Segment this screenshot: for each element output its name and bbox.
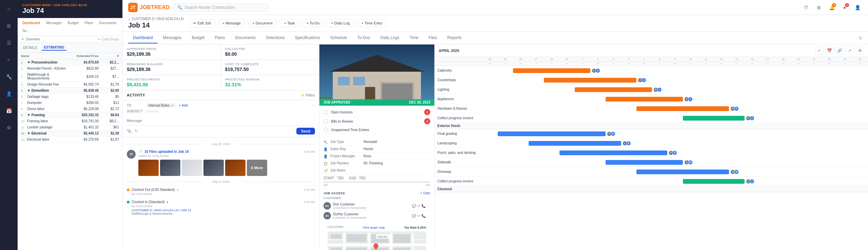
sidebar-nav-plans[interactable]: Plans bbox=[83, 20, 95, 26]
gantt-row[interactable]: Collect progress invoiceCJ bbox=[435, 177, 868, 186]
message-input[interactable] bbox=[127, 117, 315, 124]
more-customer-icon[interactable]: ⋯ bbox=[427, 204, 430, 208]
sidebar-nav-dashboard[interactable]: Dashboard bbox=[20, 20, 42, 26]
call-customer2-icon[interactable]: 📞 bbox=[421, 214, 426, 218]
send-button[interactable]: Send bbox=[296, 128, 315, 135]
add-recipient-button[interactable]: + Add bbox=[179, 104, 188, 107]
bell-nav-icon[interactable]: 🔔 3 bbox=[827, 2, 837, 13]
tab-todos[interactable]: To-Dos bbox=[353, 33, 375, 43]
table-row[interactable]: 7 Dumpster $266.92 $11 bbox=[18, 100, 122, 106]
more-customer2-icon[interactable]: ⋯ bbox=[427, 214, 430, 218]
daily-log-button[interactable]: + Daily Log bbox=[327, 19, 354, 27]
gantt-link-icon[interactable]: 🔗 bbox=[835, 47, 844, 55]
email-customer-icon[interactable]: ✉ bbox=[417, 204, 420, 208]
list-sidebar-icon[interactable]: ☰ bbox=[3, 37, 14, 48]
edit-overview-icon[interactable]: ✏ bbox=[98, 37, 100, 41]
message-customer2-icon[interactable]: 💬 bbox=[412, 214, 416, 218]
home-sidebar-icon[interactable]: ⌂ bbox=[3, 3, 14, 14]
table-row[interactable]: 13 Electrical labor $4,270.68 $1,87 bbox=[18, 137, 122, 143]
add-user-button[interactable]: + User bbox=[420, 191, 430, 195]
todo-button[interactable]: + To-Do bbox=[302, 19, 324, 27]
file-thumb[interactable] bbox=[182, 160, 202, 176]
details-tab[interactable]: DETAILS bbox=[21, 45, 39, 50]
table-row[interactable]: 11 Lumber package $1,401.32 $61 bbox=[18, 124, 122, 130]
gantt-bar[interactable] bbox=[636, 169, 729, 174]
gantt-calendar-icon[interactable]: 📅 bbox=[825, 47, 833, 55]
clock-nav-icon[interactable]: ⏱ bbox=[801, 2, 811, 13]
gantt-bar[interactable] bbox=[529, 141, 621, 146]
calendar-sidebar-icon[interactable]: 📅 bbox=[3, 105, 14, 116]
gantt-bar[interactable] bbox=[606, 97, 683, 102]
gantt-bar[interactable] bbox=[575, 87, 652, 92]
estimating-tab[interactable]: ESTIMATING bbox=[42, 45, 66, 51]
table-row[interactable]: 8 Demo labor $6,228.08 $2,72 bbox=[18, 106, 122, 112]
gantt-bar[interactable] bbox=[513, 68, 590, 73]
tool-sidebar-icon[interactable]: 🔧 bbox=[3, 71, 14, 82]
tab-time[interactable]: Time bbox=[405, 33, 423, 43]
unapproved-time-row[interactable]: Unapproved Time Entries bbox=[323, 126, 430, 134]
refresh-compose-icon[interactable]: ↻ bbox=[135, 129, 138, 133]
tab-selections[interactable]: Selections bbox=[261, 33, 289, 43]
table-row[interactable]: 9 ▼ Framing $20,192.32 $8,84 bbox=[18, 112, 122, 118]
gantt-row[interactable]: CabinetryCJ bbox=[435, 66, 868, 75]
map-container[interactable]: Cindy's Nai... bbox=[328, 231, 426, 250]
tab-messages[interactable]: Messages bbox=[158, 33, 186, 43]
tab-dashboard[interactable]: Dashboard bbox=[128, 33, 158, 43]
more-options-icon[interactable]: ⋯ bbox=[311, 103, 315, 108]
gantt-bar[interactable] bbox=[606, 160, 683, 165]
gantt-bar[interactable] bbox=[498, 131, 606, 136]
filters-button[interactable]: ⚡ Filters bbox=[300, 93, 315, 97]
file-thumb[interactable] bbox=[203, 160, 224, 176]
sidebar-nav-budget[interactable]: Budget bbox=[66, 20, 81, 26]
tab-budget[interactable]: Budget bbox=[187, 33, 209, 43]
tab-reports[interactable]: Reports bbox=[442, 33, 466, 43]
gantt-row[interactable]: SidewalkSW bbox=[435, 158, 868, 167]
gantt-settings-icon[interactable]: ⚙ bbox=[856, 47, 864, 55]
sidebar-nav-se[interactable]: Se... bbox=[20, 28, 32, 34]
file-thumb[interactable] bbox=[225, 160, 245, 176]
table-row[interactable]: 1 ▼ Preconstruction $4,875.69 $2,1... bbox=[18, 59, 122, 66]
task-button[interactable]: + Task bbox=[280, 19, 299, 27]
refresh-icon[interactable]: ↻ bbox=[859, 35, 863, 41]
profile-nav-icon[interactable]: 👤 bbox=[852, 2, 863, 13]
tab-daily-logs[interactable]: Daily Logs bbox=[376, 33, 404, 43]
table-row[interactable]: 5 ▼ Demolition $6,628.46 $2,90 bbox=[18, 88, 122, 94]
table-row[interactable]: 12 ▼ Electrical $5,445.12 $2,38 bbox=[18, 130, 122, 137]
time-entry-button[interactable]: + Time Entry bbox=[357, 19, 387, 27]
internal-roles-pill[interactable]: Internal Roles ✕ bbox=[146, 103, 176, 108]
users-sidebar-icon[interactable]: 👤 bbox=[3, 88, 14, 99]
check-sidebar-icon[interactable]: ✓ bbox=[3, 54, 14, 65]
remove-role-icon[interactable]: ✕ bbox=[171, 104, 174, 107]
gantt-bar[interactable] bbox=[683, 116, 745, 121]
gantt-row[interactable]: Collect progress invoiceCJ bbox=[435, 113, 868, 123]
gantt-expand-icon[interactable]: ⤢ bbox=[815, 47, 823, 55]
document-button[interactable]: + Document bbox=[248, 19, 277, 27]
gantt-bar[interactable] bbox=[544, 78, 636, 83]
tab-documents[interactable]: Documents bbox=[231, 33, 261, 43]
grid-nav-icon[interactable]: ⊞ bbox=[814, 2, 824, 13]
gantt-row[interactable]: LightingRJ bbox=[435, 85, 868, 94]
email-customer2-icon[interactable]: ✉ bbox=[417, 214, 420, 218]
gantt-bar[interactable] bbox=[683, 179, 745, 184]
table-row[interactable]: 10 Framing labor $18,791.00 $8,2... bbox=[18, 118, 122, 124]
settings-sidebar-icon[interactable]: ⚙ bbox=[3, 122, 14, 133]
message-customer-icon[interactable]: 💬 bbox=[412, 204, 416, 208]
call-customer-icon[interactable]: 📞 bbox=[421, 204, 426, 208]
view-larger-map-link[interactable]: View larger map bbox=[363, 226, 385, 229]
tab-schedule[interactable]: Schedule bbox=[326, 33, 352, 43]
tab-files[interactable]: Files bbox=[424, 33, 442, 43]
bills-to-review-row[interactable]: Bills to Review 1 bbox=[323, 117, 430, 126]
message-button[interactable]: + Message bbox=[218, 19, 245, 27]
grid-sidebar-icon[interactable]: ⊞ bbox=[3, 20, 14, 31]
gantt-row[interactable]: AppliancesAJ bbox=[435, 94, 868, 104]
table-row[interactable]: 6 Garbage bags $133.46 $5 bbox=[18, 94, 122, 100]
gantt-row[interactable]: DrivewayDR bbox=[435, 167, 868, 177]
activity-link[interactable]: 10 Files uploaded to Job 14 bbox=[144, 150, 189, 154]
gantt-bar[interactable] bbox=[636, 106, 729, 111]
table-row[interactable]: 3 Walkthrough & Measurements $160.15 $7.… bbox=[18, 72, 122, 82]
more-files-button[interactable]: 6 More bbox=[247, 160, 267, 176]
tab-specifications[interactable]: Specifications bbox=[290, 33, 325, 43]
sidebar-nav-documents[interactable]: Documents bbox=[97, 20, 119, 26]
file-thumb[interactable] bbox=[138, 160, 159, 176]
gantt-share-icon[interactable]: ↗ bbox=[846, 47, 854, 55]
